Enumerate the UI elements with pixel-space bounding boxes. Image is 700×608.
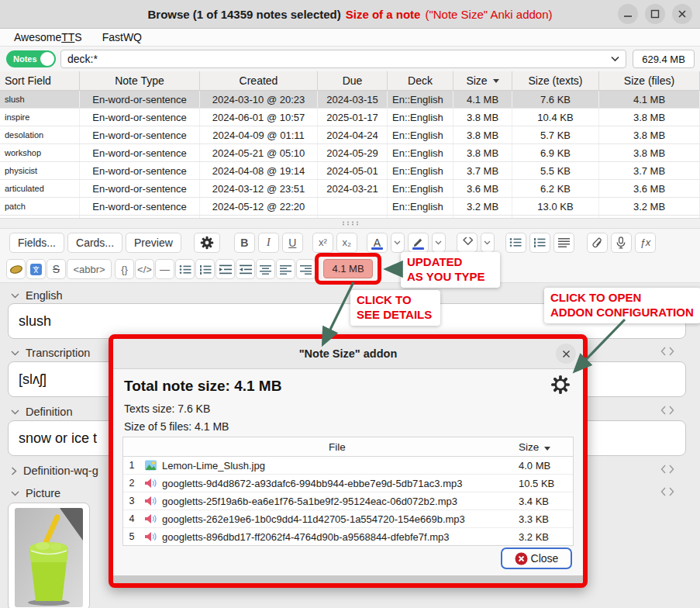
sort-descending-icon [544, 447, 550, 451]
notes-cards-toggle[interactable]: Notes [6, 50, 56, 67]
note-size-button[interactable]: 4.1 MB [323, 259, 373, 278]
attach-file-button[interactable] [587, 233, 608, 253]
column-header[interactable]: Size (texts) [512, 71, 599, 90]
file-row[interactable]: 1 Lemon-Lime_Slush.jpg 4.0 MB [123, 457, 573, 475]
align-center-button[interactable] [256, 259, 275, 279]
menu-fastwq[interactable]: FastWQ [102, 31, 142, 43]
field-label-english[interactable]: English [11, 289, 63, 302]
fields-button[interactable]: Fields... [9, 233, 64, 253]
abbr-tag-button[interactable]: <abbr> [67, 259, 112, 279]
align-right-button[interactable] [296, 259, 316, 279]
editor-settings-button[interactable] [194, 233, 220, 253]
field-label-definition-wq[interactable]: Definition-wq-g [11, 465, 98, 477]
equations-button[interactable]: ƒx [635, 233, 656, 253]
splitter-handle[interactable] [0, 218, 700, 229]
underline-button[interactable]: U [282, 233, 303, 253]
search-input[interactable]: deck:* [60, 50, 626, 68]
maximize-button[interactable] [645, 4, 665, 24]
file-row[interactable]: 3 googletts-25f19a6b-ea6e1f76-5a1be9f2-9… [123, 492, 573, 510]
column-header[interactable]: Due [318, 71, 388, 90]
close-button[interactable] [672, 4, 692, 24]
dialog-title-bar[interactable]: "Note Size" addon [113, 339, 583, 369]
highlight-color-button[interactable] [408, 233, 429, 253]
collection-size-button[interactable]: 629.4 MB [633, 50, 695, 68]
indent-button[interactable] [216, 259, 235, 279]
file-row[interactable]: 5 googletts-896dbd17-ff2062f4-4764d90b-a… [123, 528, 573, 545]
html-editor-icon[interactable] [660, 347, 674, 356]
column-header[interactable]: Deck [388, 71, 453, 90]
column-header[interactable]: Note Type [80, 71, 200, 90]
table-row[interactable]: physicistEn-word-or-sentence2024-04-08 @… [0, 162, 700, 180]
align-left-button[interactable] [276, 259, 295, 279]
cell-note-type: En-word-or-sentence [80, 109, 200, 126]
chevron-down-icon[interactable] [611, 56, 619, 62]
field-label-picture[interactable]: Picture [11, 487, 60, 499]
file-column-header[interactable]: File [160, 441, 514, 453]
cell-sort-field: workshop [0, 144, 80, 161]
awesometts-speaker-button[interactable] [6, 259, 26, 279]
horizontal-rule-button[interactable]: — [155, 259, 174, 279]
html-editor-icon[interactable] [660, 406, 674, 415]
cell-due [318, 198, 388, 215]
table-row[interactable]: inspireEn-word-or-sentence2024-06-01 @ 1… [0, 109, 700, 126]
note-size-highlight-frame: 4.1 MB [315, 253, 381, 285]
ordered-list-button[interactable] [529, 233, 550, 253]
table-row[interactable]: patchEn-word-or-sentence2024-05-12 @ 22:… [0, 198, 700, 216]
translate-button[interactable] [26, 259, 46, 279]
html-code-button[interactable]: </> [135, 259, 154, 279]
table-row[interactable]: desolationEn-word-or-sentence2024-04-09 … [0, 126, 700, 144]
dialog-close-action-button[interactable]: Close [501, 548, 572, 569]
text-color-button[interactable]: A [367, 233, 388, 253]
field-input-picture[interactable] [8, 503, 90, 608]
chevron-down-icon [11, 293, 19, 299]
cell-size-texts: 5.5 KB [512, 162, 599, 179]
italic-button[interactable]: I [258, 233, 279, 253]
cell-created: 2024-03-10 @ 20:23 [200, 91, 318, 108]
record-audio-button[interactable] [611, 233, 632, 253]
highlight-color-dropdown[interactable] [432, 233, 446, 253]
total-note-size: Total note size: 4.1 MB [124, 378, 281, 395]
sort-descending-icon [493, 79, 499, 83]
cell-size-texts: 6.2 KB [512, 180, 599, 197]
table-row[interactable]: workshopEn-word-or-sentence2024-05-21 @ … [0, 144, 700, 162]
bold-button[interactable]: B [234, 233, 255, 253]
file-size: 3.4 KB [514, 496, 573, 507]
addon-config-button[interactable] [550, 375, 571, 395]
unordered-list-button[interactable] [505, 233, 526, 253]
remove-formatting-button[interactable] [457, 233, 478, 253]
column-header[interactable]: Size (files) [599, 71, 700, 90]
subscript-button[interactable]: x₂ [336, 233, 357, 253]
preview-button[interactable]: Preview [126, 233, 181, 253]
column-header[interactable]: Created [200, 71, 318, 90]
column-header[interactable]: Sort Field [0, 71, 80, 90]
audio-file-icon [140, 496, 160, 506]
html-editor-icon[interactable] [660, 465, 674, 474]
text-color-dropdown[interactable] [391, 233, 405, 253]
size-column-header[interactable]: Size [514, 441, 573, 453]
ordered-list-button-2[interactable] [195, 259, 215, 279]
menu-awesometts[interactable]: AwesomeTTS [14, 31, 82, 43]
braces-button[interactable]: {} [115, 259, 134, 279]
dialog-close-button[interactable] [556, 344, 576, 364]
cell-note-type: En-word-or-sentence [80, 180, 200, 197]
strikethrough-button[interactable]: S [47, 259, 66, 279]
table-row[interactable]: slushEn-word-or-sentence2024-03-10 @ 20:… [0, 91, 700, 109]
table-row[interactable]: articulatedEn-word-or-sentence2024-03-12… [0, 180, 700, 198]
cell-due: 2024-04-24 [318, 126, 388, 143]
html-editor-icon[interactable] [660, 487, 674, 496]
column-header-sorted[interactable]: Size [453, 71, 512, 90]
cell-size: 3.8 MB [453, 109, 512, 126]
file-row[interactable]: 2 googletts-9d4d8672-a93dafc6-994bb944-e… [123, 475, 573, 492]
unordered-list-button-2[interactable] [175, 259, 195, 279]
cell-deck: En::English [388, 109, 453, 126]
field-label-definition[interactable]: Definition [11, 406, 72, 418]
outdent-button[interactable] [236, 259, 255, 279]
justify-icon [558, 237, 570, 247]
remove-formatting-dropdown[interactable] [481, 233, 495, 253]
field-label-transcription[interactable]: Transcription [11, 347, 90, 359]
minimize-button[interactable] [618, 4, 638, 24]
cards-button[interactable]: Cards... [67, 233, 122, 253]
file-row[interactable]: 4 googletts-262e19e6-1b0c9dd4-11d42705-1… [123, 510, 573, 528]
superscript-button[interactable]: x² [312, 233, 333, 253]
justify-button[interactable] [553, 233, 574, 253]
